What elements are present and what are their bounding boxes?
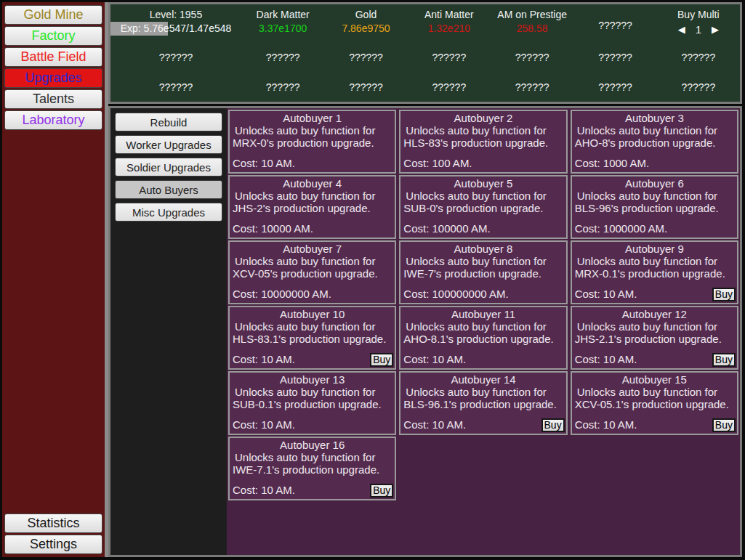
buy-button[interactable]: Buy — [712, 418, 736, 432]
autobuyer-title: Autobuyer 13 — [233, 373, 392, 386]
autobuyer-description: Unlocks auto buy function for SUB-0.1's … — [233, 386, 392, 411]
upgrades-submenu: RebuildWorker UpgradesSoldier UpgradesAu… — [110, 108, 227, 555]
sidebar-item-statistics[interactable]: Statistics — [4, 514, 102, 533]
resource-value: 258.58 — [491, 23, 573, 34]
sidebar-item-factory[interactable]: Factory — [4, 26, 102, 46]
autobuyer-card-8[interactable]: Autobuyer 8 Unlocks auto buy function fo… — [399, 240, 567, 304]
hidden-stat: ?????? — [324, 52, 407, 63]
sidebar-item-talents[interactable]: Talents — [4, 89, 102, 109]
level-cell: Level: 1955 Exp: 5.76e547/1.47e548 — [110, 9, 241, 42]
submenu-item-soldier-upgrades[interactable]: Soldier Upgrades — [115, 158, 222, 176]
autobuyer-card-1[interactable]: Autobuyer 1 Unlocks auto buy function fo… — [228, 110, 396, 174]
hidden-stat: ?????? — [110, 81, 241, 93]
resource-label: Dark Matter — [241, 9, 324, 20]
autobuyer-card-7[interactable]: Autobuyer 7 Unlocks auto buy function fo… — [228, 240, 396, 304]
autobuyer-description: Unlocks auto buy function for HLS-83's p… — [403, 124, 563, 150]
resource-label: AM on Prestige — [491, 9, 573, 20]
hidden-stat: ?????? — [241, 81, 324, 93]
autobuyer-cost: Cost: 10 AM. — [233, 353, 295, 365]
autobuyer-description: Unlocks auto buy function for XCV-05's p… — [233, 255, 392, 280]
autobuyer-card-13[interactable]: Autobuyer 13 Unlocks auto buy function f… — [228, 371, 396, 435]
top-panel-row-2: ????????????????????????????????????????… — [110, 42, 740, 72]
submenu-item-misc-upgrades[interactable]: Misc Upgrades — [115, 203, 222, 222]
top-panel-header-row: Level: 1955 Exp: 5.76e547/1.47e548 Dark … — [110, 4, 740, 42]
autobuyer-title: Autobuyer 4 — [233, 177, 392, 190]
autobuyer-description: Unlocks auto buy function for JHS-2's pr… — [233, 190, 392, 215]
buy-button[interactable]: Buy — [541, 418, 565, 432]
sidebar-spacer — [4, 131, 102, 512]
resource-label: Gold — [324, 9, 407, 20]
resource-cell: Dark Matter 3.37e1700 — [241, 9, 324, 42]
autobuyer-description: Unlocks auto buy function for JHS-2.1's … — [575, 320, 734, 346]
resource-cell: Anti Matter 1.32e210 — [408, 9, 491, 42]
autobuyer-card-4[interactable]: Autobuyer 4 Unlocks auto buy function fo… — [228, 175, 396, 239]
submenu-item-rebuild[interactable]: Rebuild — [115, 113, 222, 131]
autobuyer-cost: Cost: 10000 AM. — [233, 222, 313, 235]
sidebar-item-gold-mine[interactable]: Gold Mine — [4, 5, 102, 25]
autobuyer-description: Unlocks auto buy function for MRX-0.1's … — [575, 255, 734, 280]
buy-multi-increase-icon[interactable]: ▶ — [712, 25, 719, 34]
resource-cell: Gold 7.86e9750 — [324, 9, 407, 42]
autobuyer-card-16[interactable]: Autobuyer 16 Unlocks auto buy function f… — [228, 437, 396, 500]
autobuyer-title: Autobuyer 16 — [233, 439, 392, 451]
level-label: Level: 1955 — [110, 9, 241, 20]
sidebar-item-battle-field[interactable]: Battle Field — [4, 47, 102, 67]
autobuyer-card-11[interactable]: Autobuyer 11 Unlocks auto buy function f… — [399, 306, 567, 370]
top-stats-panel: Level: 1955 Exp: 5.76e547/1.47e548 Dark … — [108, 2, 742, 104]
sidebar-item-upgrades[interactable]: Upgrades — [4, 68, 102, 88]
hidden-stat: ?????? — [408, 81, 491, 93]
autobuyer-cost: Cost: 10 AM. — [403, 353, 466, 365]
buy-multi-controls: ◀ 1 ▶ — [657, 23, 740, 36]
submenu-item-auto-buyers[interactable]: Auto Buyers — [115, 180, 222, 199]
buy-button[interactable]: Buy — [712, 288, 736, 301]
autobuyer-card-12[interactable]: Autobuyer 12 Unlocks auto buy function f… — [571, 306, 738, 370]
buy-button[interactable]: Buy — [370, 484, 393, 498]
hidden-stat: ?????? — [657, 52, 740, 63]
autobuyer-cost: Cost: 100000 AM. — [403, 222, 490, 235]
submenu-item-worker-upgrades[interactable]: Worker Upgrades — [115, 135, 222, 154]
autobuyer-title: Autobuyer 12 — [575, 308, 734, 320]
autobuyer-cost: Cost: 1000000 AM. — [575, 222, 668, 235]
hidden-stat: ?????? — [491, 81, 573, 93]
autobuyer-title: Autobuyer 2 — [403, 112, 563, 124]
hidden-stat: ?????? — [408, 52, 491, 63]
autobuyer-cost: Cost: 10 AM. — [233, 484, 295, 496]
autobuyer-description: Unlocks auto buy function for IWE-7's pr… — [403, 255, 563, 280]
autobuyer-card-15[interactable]: Autobuyer 15 Unlocks auto buy function f… — [571, 371, 738, 435]
buy-multi-cell: Buy Multi ◀ 1 ▶ — [657, 9, 740, 42]
autobuyer-title: Autobuyer 11 — [403, 308, 563, 320]
hidden-stat-header: ?????? — [573, 9, 656, 42]
sidebar-item-laboratory[interactable]: Laboratory — [4, 110, 102, 130]
buy-button[interactable]: Buy — [370, 353, 393, 367]
autobuyer-cost: Cost: 10 AM. — [575, 353, 637, 365]
autobuyer-title: Autobuyer 6 — [575, 177, 734, 190]
autobuyer-description: Unlocks auto buy function for AHO-8's pr… — [575, 124, 734, 150]
exp-bar: Exp: 5.76e547/1.47e548 — [110, 22, 241, 36]
autobuyer-description: Unlocks auto buy function for XCV-05.1's… — [575, 386, 734, 411]
resource-cell: AM on Prestige 258.58 — [491, 9, 573, 42]
autobuyer-description: Unlocks auto buy function for BLS-96.1's… — [403, 386, 563, 411]
sidebar-item-settings[interactable]: Settings — [4, 535, 102, 554]
resource-value: 7.86e9750 — [324, 23, 407, 34]
main-column: Level: 1955 Exp: 5.76e547/1.47e548 Dark … — [108, 2, 742, 557]
autobuyer-grid: Autobuyer 1 Unlocks auto buy function fo… — [227, 108, 740, 555]
autobuyer-card-3[interactable]: Autobuyer 3 Unlocks auto buy function fo… — [571, 110, 738, 174]
autobuyer-card-2[interactable]: Autobuyer 2 Unlocks auto buy function fo… — [399, 110, 567, 174]
upgrades-content-panel: RebuildWorker UpgradesSoldier UpgradesAu… — [108, 106, 742, 557]
autobuyer-card-9[interactable]: Autobuyer 9 Unlocks auto buy function fo… — [571, 240, 738, 304]
autobuyer-description: Unlocks auto buy function for BLS-96's p… — [575, 190, 734, 215]
autobuyer-title: Autobuyer 8 — [403, 243, 563, 255]
autobuyer-description: Unlocks auto buy function for HLS-83.1's… — [233, 320, 392, 346]
autobuyer-card-10[interactable]: Autobuyer 10 Unlocks auto buy function f… — [228, 306, 396, 370]
autobuyer-card-6[interactable]: Autobuyer 6 Unlocks auto buy function fo… — [571, 175, 738, 239]
buy-button[interactable]: Buy — [712, 353, 736, 367]
hidden-stat: ?????? — [573, 52, 656, 63]
autobuyer-card-14[interactable]: Autobuyer 14 Unlocks auto buy function f… — [399, 371, 567, 435]
autobuyer-title: Autobuyer 14 — [403, 373, 563, 386]
autobuyer-card-5[interactable]: Autobuyer 5 Unlocks auto buy function fo… — [399, 175, 567, 239]
autobuyer-description: Unlocks auto buy function for MRX-0's pr… — [233, 124, 392, 150]
sidebar: Gold MineFactoryBattle FieldUpgradesTale… — [2, 2, 108, 557]
buy-multi-decrease-icon[interactable]: ◀ — [678, 25, 685, 34]
sidebar-nav: Gold MineFactoryBattle FieldUpgradesTale… — [4, 4, 102, 131]
resource-value: 3.37e1700 — [241, 23, 324, 34]
